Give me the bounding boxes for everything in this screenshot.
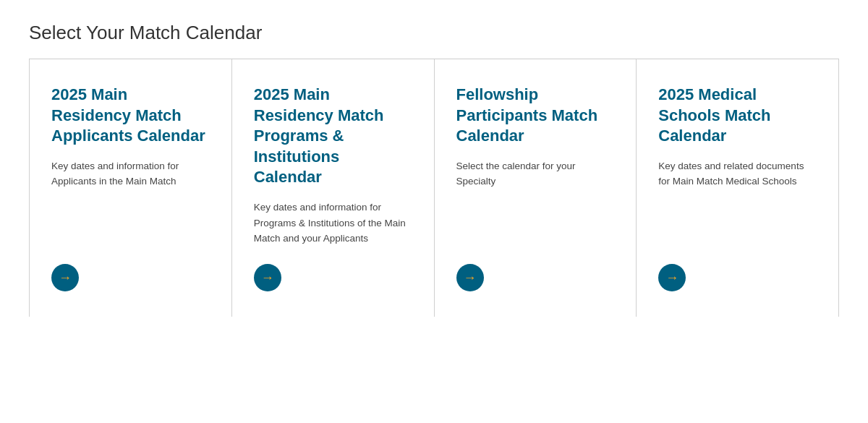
card-programs: 2025 Main Residency Match Programs & Ins…	[232, 59, 435, 317]
arrow-icon: →	[261, 271, 274, 284]
page-container: Select Your Match Calendar 2025 Main Res…	[0, 0, 868, 338]
card-applicants: 2025 Main Residency Match Applicants Cal…	[30, 59, 232, 317]
card-applicants-title: 2025 Main Residency Match Applicants Cal…	[51, 85, 210, 147]
card-medical-schools: 2025 Medical Schools Match Calendar Key …	[637, 59, 839, 317]
cards-grid: 2025 Main Residency Match Applicants Cal…	[29, 59, 839, 317]
arrow-icon: →	[464, 271, 477, 284]
card-applicants-arrow-button[interactable]: →	[51, 264, 79, 291]
card-medical-schools-description: Key dates and related documents for Main…	[658, 158, 817, 247]
card-programs-description: Key dates and information for Programs &…	[254, 200, 412, 247]
card-applicants-description: Key dates and information for Applicants…	[51, 158, 210, 247]
card-medical-schools-arrow-button[interactable]: →	[658, 264, 686, 291]
page-title: Select Your Match Calendar	[29, 22, 839, 44]
card-programs-title: 2025 Main Residency Match Programs & Ins…	[254, 85, 412, 188]
arrow-icon: →	[59, 271, 72, 284]
card-fellowship-arrow-button[interactable]: →	[456, 264, 484, 291]
card-fellowship-title: Fellowship Participants Match Calendar	[456, 85, 615, 147]
card-programs-arrow-button[interactable]: →	[254, 264, 281, 291]
card-fellowship: Fellowship Participants Match Calendar S…	[435, 59, 637, 317]
card-fellowship-description: Select the calendar for your Specialty	[456, 158, 615, 247]
arrow-icon: →	[665, 271, 678, 284]
card-medical-schools-title: 2025 Medical Schools Match Calendar	[658, 85, 817, 147]
